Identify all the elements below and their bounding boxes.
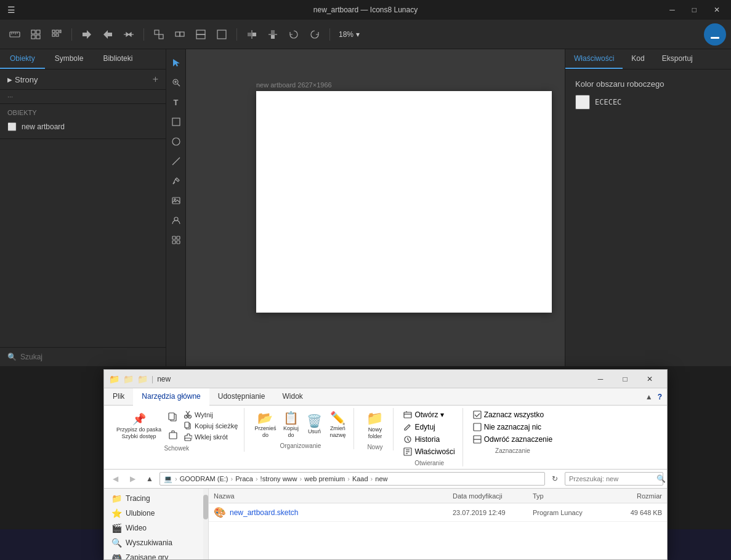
select-none-row[interactable]: Nie zaznaczaj nic [471,422,555,433]
file-row[interactable]: 🎨 new_artboard.sketch 23.07.2019 12:49 P… [209,503,667,522]
col-header-date[interactable]: Data modyfikacji [453,492,533,500]
delete-button[interactable]: 🗑️ Usuń [303,412,325,436]
left-tools: T [166,49,186,366]
line-tool[interactable] [168,153,185,170]
rotate-icon[interactable] [284,25,304,44]
grid-icon[interactable] [26,25,46,44]
zoom-control[interactable]: 18% ▾ [335,28,363,41]
copy-path-row[interactable]: Kopiuj ścieżkę [182,421,239,431]
align-left-icon[interactable] [77,25,97,44]
pin-button[interactable]: 📌 Przypisz do paskaSzybki dostęp [114,411,164,441]
transform3-icon[interactable] [191,25,211,44]
ribbon-tab-file[interactable]: Plik [104,388,133,405]
copy-button[interactable] [165,409,181,425]
select-none-icon [473,423,482,431]
ellipse-tool[interactable] [168,133,185,150]
paste-shortcut-row[interactable]: Wklej skrót [182,432,239,442]
pen-tool[interactable] [168,172,185,190]
path-kaad[interactable]: Kaad [352,475,368,482]
cut-row[interactable]: Wytnij [182,410,239,420]
align-right-icon[interactable] [98,25,118,44]
rename-button[interactable]: ✏️ Zmieńnazwę [326,409,349,440]
hamburger-icon[interactable]: ☰ [7,5,15,15]
search-input[interactable] [20,353,158,361]
history-row[interactable]: Historia [401,434,457,445]
nav-item-tracing[interactable]: 📁 Tracing [104,491,208,506]
rectangle-tool[interactable] [168,113,185,130]
tab-symbols[interactable]: Symbole [45,49,94,69]
grid2-icon[interactable] [47,25,67,44]
nav-item-zapisane[interactable]: 🎮 Zapisane gry [104,550,208,559]
select-all-row[interactable]: Zaznacz wszystko [471,409,555,420]
image-tool[interactable] [168,192,185,209]
properties-button[interactable]: Właściwości [401,446,457,457]
transform2-icon[interactable] [170,25,190,44]
cut-label: Wytnij [195,411,213,418]
back-button[interactable]: ◀ [108,471,123,486]
tab-code[interactable]: Kod [623,49,653,69]
ribbon-tab-share[interactable]: Udostępnianie [209,388,274,405]
col-header-type[interactable]: Typ [533,492,607,500]
path-new[interactable]: new [375,475,387,482]
path-goodram[interactable]: GOODRAM (E:) [180,475,228,482]
help-icon[interactable]: ? [658,393,662,401]
up-button[interactable]: ▲ [142,471,157,486]
transform4-icon[interactable] [212,25,232,44]
path-webpremium[interactable]: web premium [304,475,345,482]
search-box-icon[interactable]: 🔍 [656,474,666,483]
path-strony[interactable]: !strony www [260,475,297,482]
col-header-name[interactable]: Nazwa [214,492,453,500]
tab-export[interactable]: Eksportuj [653,49,701,69]
invert-icon [473,435,482,444]
color-swatch[interactable] [575,95,590,110]
nav-label-wideo: Wideo [126,524,147,532]
text-tool[interactable]: T [168,94,185,111]
copy-to-button[interactable]: 📋 Kopiujdo [280,409,302,440]
nav-item-wideo[interactable]: 🎬 Wideo [104,521,208,535]
ruler-icon[interactable] [5,25,25,44]
move-to-button[interactable]: 📂 Przenieśdo [252,409,278,440]
ribbon-collapse-icon[interactable]: ▲ [645,393,653,401]
explorer-minimize-button[interactable]: ─ [588,370,613,388]
ribbon-tab-view[interactable]: Widok [273,388,311,405]
explorer-maximize-button[interactable]: □ [613,370,637,388]
tab-libraries[interactable]: Biblioteki [93,49,142,69]
copy-path-label: Kopiuj ścieżkę [195,422,238,430]
invert-selection-row[interactable]: Odwróć zaznaczenie [471,434,555,445]
refresh-icon[interactable] [305,25,325,44]
nav-item-ulubione[interactable]: ⭐ Ulubione [104,506,208,521]
sidebar-scrollbar[interactable] [203,489,208,559]
tab-objects[interactable]: Obiekty [0,49,45,69]
ribbon-tab-home[interactable]: Narzędzia główne [133,388,209,406]
refresh-path-button[interactable]: ↻ [547,471,562,486]
tab-properties[interactable]: Właściwości [565,49,623,69]
artboard-item[interactable]: ⬜ new artboard [7,120,158,134]
explorer-close-button[interactable]: ✕ [637,370,662,388]
flip-h-icon[interactable] [242,25,262,44]
flip-v-icon[interactable] [263,25,283,44]
organize-label: Organizowanie [280,442,321,449]
forward-button[interactable]: ▶ [125,471,140,486]
edit-row[interactable]: Edytuj [401,422,457,433]
maximize-button[interactable]: □ [689,4,700,15]
address-path[interactable]: 💻 › GOODRAM (E:) › Praca › !strony www ›… [160,472,545,486]
zoom-tool[interactable] [168,74,185,91]
component-tool[interactable] [168,231,185,249]
cloud-upload-button[interactable] [704,23,726,46]
select-tool[interactable] [168,54,185,71]
new-folder-button[interactable]: 📁 Nowyfolder [364,409,386,441]
artboard[interactable] [256,91,552,313]
distribute-h-icon[interactable] [119,25,139,44]
add-page-button[interactable]: + [153,74,158,84]
minimize-button[interactable]: ─ [666,4,679,15]
close-button[interactable]: ✕ [710,4,724,15]
col-header-size[interactable]: Rozmiar [607,492,662,500]
path-praca[interactable]: Praca [235,475,253,482]
explorer-search-input[interactable] [569,475,654,482]
paste-button[interactable] [165,426,181,442]
svg-rect-19 [155,30,159,34]
nav-item-wyszukiwania[interactable]: 🔍 Wyszukiwania [104,535,208,550]
open-row[interactable]: Otwórz ▾ [401,409,457,420]
avatar-tool[interactable] [168,212,185,229]
transform1-icon[interactable] [149,25,169,44]
